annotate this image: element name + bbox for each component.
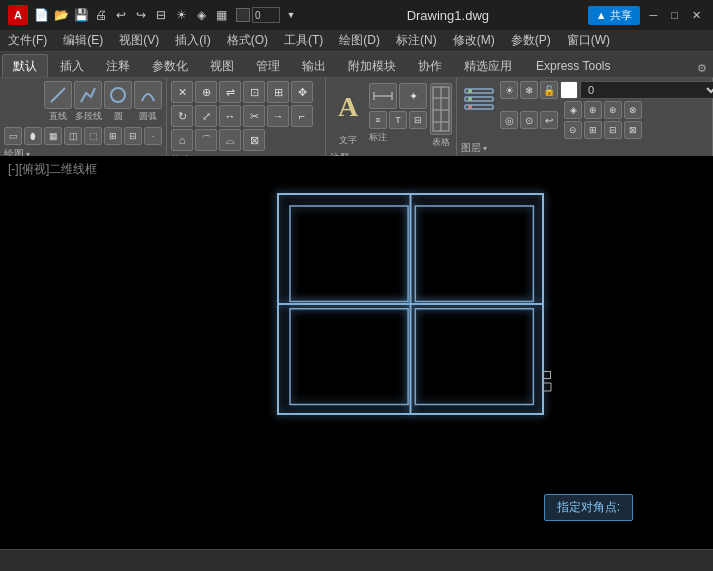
tab-express[interactable]: Express Tools: [526, 55, 620, 77]
point-icon[interactable]: ·: [144, 127, 162, 145]
line-tool-icon[interactable]: [44, 81, 72, 109]
dim-style-icon[interactable]: ≡: [369, 111, 387, 129]
table2-icon[interactable]: ⊟: [409, 111, 427, 129]
hatch-icon[interactable]: ▦: [44, 127, 62, 145]
break-icon[interactable]: ⌐: [291, 105, 313, 127]
trim-icon[interactable]: ✂: [243, 105, 265, 127]
annotation-icons: A 文字 ✦: [330, 81, 452, 149]
share-icon: ▲: [596, 9, 607, 21]
tab-view[interactable]: 视图: [200, 55, 244, 77]
move-icon[interactable]: ✥: [291, 81, 313, 103]
fillet-icon[interactable]: ⌓: [219, 129, 241, 151]
layer-number-input[interactable]: [252, 7, 280, 23]
menu-window[interactable]: 窗口(W): [559, 30, 618, 51]
offset-icon[interactable]: ⊡: [243, 81, 265, 103]
menu-edit[interactable]: 编辑(E): [55, 30, 111, 51]
rect-icon[interactable]: ▭: [4, 127, 22, 145]
mirror-icon[interactable]: ⇌: [219, 81, 241, 103]
tab-manage[interactable]: 管理: [246, 55, 290, 77]
gradient-icon[interactable]: ◫: [64, 127, 82, 145]
table-icon[interactable]: ⊟: [124, 127, 142, 145]
arc-tool-icon[interactable]: [134, 81, 162, 109]
maximize-button[interactable]: □: [667, 7, 682, 23]
tab-insert[interactable]: 插入: [50, 55, 94, 77]
minimize-button[interactable]: ─: [646, 7, 662, 23]
new-icon[interactable]: 📄: [32, 6, 50, 24]
explode-icon[interactable]: ⊠: [243, 129, 265, 151]
region-icon[interactable]: ⊞: [104, 127, 122, 145]
boundary-icon[interactable]: ⬚: [84, 127, 102, 145]
menu-modify[interactable]: 修改(M): [445, 30, 503, 51]
menu-format[interactable]: 格式(O): [219, 30, 276, 51]
layer-r8-icon[interactable]: ⊠: [624, 121, 642, 139]
layer-match-icon[interactable]: ⊙: [520, 111, 538, 129]
grid-icon[interactable]: ▦: [212, 6, 230, 24]
share-button[interactable]: ▲ 共享: [588, 6, 640, 25]
drawing-canvas[interactable]: [0, 156, 713, 549]
tab-annotate[interactable]: 注释: [96, 55, 140, 77]
rotate-icon[interactable]: ↻: [171, 105, 193, 127]
polyline-tool-icon[interactable]: [74, 81, 102, 109]
scale-icon[interactable]: ⤢: [195, 105, 217, 127]
menu-file[interactable]: 文件(F): [0, 30, 55, 51]
bulb-icon[interactable]: ◈: [192, 6, 210, 24]
color-swatch[interactable]: [236, 8, 250, 22]
redo-icon[interactable]: ↪: [132, 6, 150, 24]
layer-lock-icon[interactable]: 🔓: [540, 81, 558, 99]
tab-featured[interactable]: 精选应用: [454, 55, 522, 77]
copy-icon[interactable]: ⊕: [195, 81, 217, 103]
array-icon[interactable]: ⊞: [267, 81, 289, 103]
tab-default[interactable]: 默认: [2, 54, 48, 77]
workspace-icon[interactable]: ☀: [172, 6, 190, 24]
tab-output[interactable]: 输出: [292, 55, 336, 77]
text-style-icon[interactable]: T: [389, 111, 407, 129]
layer-r1-icon[interactable]: ◈: [564, 101, 582, 119]
crosshair-box: [543, 371, 551, 379]
menu-annotate[interactable]: 标注(N): [388, 30, 445, 51]
tab-collab[interactable]: 协作: [408, 55, 452, 77]
tab-addins[interactable]: 附加模块: [338, 55, 406, 77]
extend-icon[interactable]: →: [267, 105, 289, 127]
svg-point-1: [111, 88, 125, 102]
circle-tool-icon[interactable]: [104, 81, 132, 109]
print-icon[interactable]: 🖨: [92, 6, 110, 24]
layer-color-icon[interactable]: [560, 81, 578, 99]
menu-params[interactable]: 参数(P): [503, 30, 559, 51]
close-button[interactable]: ✕: [688, 7, 705, 24]
modify-icons: ✕ ⊕ ⇌ ⊡ ⊞ ✥ ↻ ⤢ ↔ ✂ → ⌐ ⌂ ⌒ ⌓ ⊠: [171, 81, 321, 151]
undo-icon[interactable]: ↩: [112, 6, 130, 24]
stretch-icon[interactable]: ↔: [219, 105, 241, 127]
layers-dropdown-icon[interactable]: ▾: [483, 144, 487, 153]
layers-panel-label[interactable]: 图层 ▾: [461, 141, 708, 155]
plot-icon[interactable]: ⊟: [152, 6, 170, 24]
layer-r2-icon[interactable]: ⊕: [584, 101, 602, 119]
table-tool-icon[interactable]: [430, 83, 452, 135]
layer-select[interactable]: 0: [580, 81, 713, 99]
layer-iso-icon[interactable]: ◎: [500, 111, 518, 129]
join-icon[interactable]: ⌂: [171, 129, 193, 151]
erase-icon[interactable]: ✕: [171, 81, 193, 103]
layer-prev-icon[interactable]: ↩: [540, 111, 558, 129]
menu-tools[interactable]: 工具(T): [276, 30, 331, 51]
ribbon-settings-icon[interactable]: ⚙: [691, 60, 713, 77]
dimension-icon[interactable]: [369, 83, 397, 109]
tab-parametric[interactable]: 参数化: [142, 55, 198, 77]
menu-draw[interactable]: 绘图(D): [331, 30, 388, 51]
layer-props-icon[interactable]: [461, 81, 497, 117]
layer-on-icon[interactable]: ☀: [500, 81, 518, 99]
text-tool-icon[interactable]: A: [330, 81, 366, 133]
layer-r3-icon[interactable]: ⊛: [604, 101, 622, 119]
menu-view[interactable]: 视图(V): [111, 30, 167, 51]
leader-icon[interactable]: ✦: [399, 83, 427, 109]
layer-freeze-icon[interactable]: ❄: [520, 81, 538, 99]
open-icon[interactable]: 📂: [52, 6, 70, 24]
menu-insert[interactable]: 插入(I): [167, 30, 218, 51]
dropdown-arrow-icon[interactable]: ▼: [282, 6, 300, 24]
layer-r5-icon[interactable]: ⊝: [564, 121, 582, 139]
chamfer-icon[interactable]: ⌒: [195, 129, 217, 151]
layer-r7-icon[interactable]: ⊟: [604, 121, 622, 139]
save-icon[interactable]: 💾: [72, 6, 90, 24]
layer-r4-icon[interactable]: ⊗: [624, 101, 642, 119]
layer-r6-icon[interactable]: ⊞: [584, 121, 602, 139]
ellipse-icon[interactable]: ⬮: [24, 127, 42, 145]
